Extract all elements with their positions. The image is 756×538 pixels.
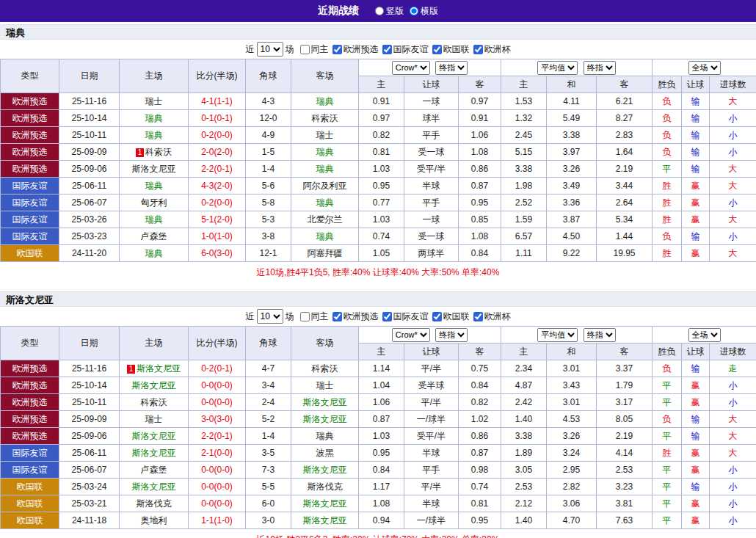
filter-checkbox-input[interactable]	[300, 45, 310, 54]
home-team-name[interactable]: 斯洛文尼亚	[132, 448, 176, 458]
away-team-name[interactable]: 斯洛文尼亚	[303, 515, 347, 526]
home-team-name[interactable]: 斯洛文尼亚	[132, 164, 176, 174]
filter-checkbox-input[interactable]	[332, 312, 342, 321]
home-team-name[interactable]: 斯洛文尼亚	[132, 481, 176, 492]
avg-time-select[interactable]: 终指	[584, 328, 616, 342]
filter-checkbox-input[interactable]	[300, 312, 310, 321]
view-radio[interactable]	[410, 7, 418, 15]
away-team-name[interactable]: 瑞典	[316, 231, 334, 241]
page-title: 近期战绩	[318, 4, 359, 18]
away-team-name[interactable]: 瑞典	[316, 147, 334, 157]
away-team-name[interactable]: 斯洛文尼亚	[303, 397, 347, 407]
corners: 4-7	[246, 360, 291, 377]
filter-checkbox[interactable]: 同主	[300, 43, 329, 56]
away-team-name[interactable]: 斯洛文尼亚	[303, 498, 347, 509]
home-team-name[interactable]: 斯洛文尼亚	[137, 363, 181, 374]
scope-select[interactable]: 全场	[688, 61, 721, 75]
home-team-name[interactable]: 卢森堡	[141, 465, 167, 475]
odds-source-select[interactable]: Crow*	[392, 328, 430, 342]
away-team-name[interactable]: 阿塞拜疆	[308, 248, 343, 258]
odds-select-cell: Crow* 终指	[359, 327, 501, 343]
filter-checkbox-input[interactable]	[332, 45, 342, 54]
filter-checkbox-input[interactable]	[432, 45, 442, 54]
filter-checkbox[interactable]: 欧洲杯	[473, 43, 511, 56]
odds-source-select[interactable]: Crow*	[392, 61, 430, 75]
odds-away: 0.97	[459, 93, 501, 110]
match-row: 欧洲预选 25-09-06 斯洛文尼亚 2-2(0-1) 1-4 瑞典 1.03…	[1, 428, 756, 445]
scope-select[interactable]: 全场	[688, 328, 721, 342]
filter-checkbox-input[interactable]	[382, 312, 392, 321]
result-goals: 小	[710, 495, 756, 512]
match-count-select[interactable]: 10	[257, 309, 283, 324]
avg-draw: 9.22	[547, 245, 597, 262]
avg-source-select[interactable]: 平均值	[537, 328, 578, 342]
filter-checkbox[interactable]: 欧洲预选	[332, 43, 379, 56]
away-team-name[interactable]: 科索沃	[312, 363, 338, 374]
red-card-badge: 1	[136, 148, 144, 157]
view-option-horizontal[interactable]: 横版	[410, 5, 438, 18]
checkbox-label: 欧洲预选	[344, 43, 379, 56]
away-team-name[interactable]: 斯洛文尼亚	[303, 465, 347, 475]
avg-away: 2.64	[597, 195, 653, 211]
away-team-name[interactable]: 斯洛文尼亚	[303, 414, 347, 424]
sub-header: 让球	[404, 343, 459, 360]
home-team-name[interactable]: 卢森堡	[141, 231, 167, 241]
filter-checkbox[interactable]: 国际友谊	[382, 43, 429, 56]
home-team-name[interactable]: 科索沃	[145, 147, 172, 157]
home-team-name[interactable]: 斯洛伐克	[137, 498, 172, 509]
match-type: 欧洲预选	[1, 394, 59, 411]
checkbox-label: 国际友谊	[393, 43, 429, 56]
avg-time-select[interactable]: 终指	[584, 61, 616, 75]
away-team-name[interactable]: 瑞典	[316, 431, 334, 441]
odds-handicap: 球半	[404, 110, 459, 127]
odds-time-select[interactable]: 终指	[435, 328, 468, 342]
filter-checkbox-input[interactable]	[432, 312, 442, 321]
avg-home: 1.89	[501, 445, 547, 462]
score: 4-1(1-1)	[189, 93, 246, 110]
home-team-name[interactable]: 奥地利	[141, 515, 167, 526]
home-team-name[interactable]: 斯洛文尼亚	[132, 431, 176, 441]
home-team-name[interactable]: 瑞典	[145, 113, 163, 123]
filter-checkbox-input[interactable]	[473, 45, 483, 54]
avg-draw: 3.01	[547, 360, 597, 377]
filter-checkbox[interactable]: 欧洲预选	[332, 310, 379, 323]
away-team-name[interactable]: 波黑	[316, 448, 334, 458]
checkbox-label: 欧国联	[443, 43, 470, 56]
odds-time-select[interactable]: 终指	[435, 61, 468, 75]
home-team-name[interactable]: 瑞典	[145, 248, 163, 258]
sub-header: 胜负	[653, 76, 682, 93]
away-team-name[interactable]: 瑞士	[316, 380, 334, 390]
filter-checkbox-input[interactable]	[473, 312, 483, 321]
col-header: 角球	[246, 59, 291, 93]
away-team-name[interactable]: 瑞典	[316, 96, 334, 106]
away-team-name[interactable]: 瑞典	[316, 164, 334, 174]
filter-checkbox[interactable]: 欧洲杯	[473, 310, 511, 323]
away-team-name[interactable]: 瑞士	[316, 130, 334, 140]
away-team-name[interactable]: 瑞典	[316, 197, 334, 208]
home-team-name[interactable]: 瑞典	[145, 214, 163, 225]
home-team-name[interactable]: 瑞士	[145, 96, 163, 106]
home-team-name[interactable]: 匈牙利	[141, 197, 167, 208]
home-team-name[interactable]: 瑞士	[145, 414, 163, 424]
filter-checkbox[interactable]: 欧国联	[432, 310, 470, 323]
odds-handicap: 平手	[404, 195, 459, 211]
away-team-name[interactable]: 斯洛伐克	[308, 481, 343, 492]
filter-checkbox[interactable]: 国际友谊	[382, 310, 429, 323]
away-team-name[interactable]: 阿尔及利亚	[303, 181, 347, 191]
match-type: 欧洲预选	[1, 93, 59, 110]
filter-checkbox[interactable]: 欧国联	[432, 43, 470, 56]
view-radio[interactable]	[375, 7, 384, 15]
home-team-name[interactable]: 斯洛文尼亚	[132, 380, 176, 390]
avg-source-select[interactable]: 平均值	[537, 61, 578, 75]
home-team-name[interactable]: 瑞典	[145, 181, 163, 191]
filter-checkbox[interactable]: 同主	[300, 310, 329, 323]
away-team-name[interactable]: 科索沃	[312, 113, 338, 123]
match-count-select[interactable]: 10	[257, 42, 283, 57]
view-option-vertical[interactable]: 竖版	[375, 5, 404, 18]
filter-checkbox-input[interactable]	[382, 45, 392, 54]
odds-away: 0.82	[459, 394, 501, 411]
score: 1-1(1-0)	[189, 512, 246, 529]
away-team-name[interactable]: 北爱尔兰	[308, 214, 343, 225]
home-team-name[interactable]: 科索沃	[141, 397, 167, 407]
home-team-name[interactable]: 瑞典	[145, 130, 163, 140]
